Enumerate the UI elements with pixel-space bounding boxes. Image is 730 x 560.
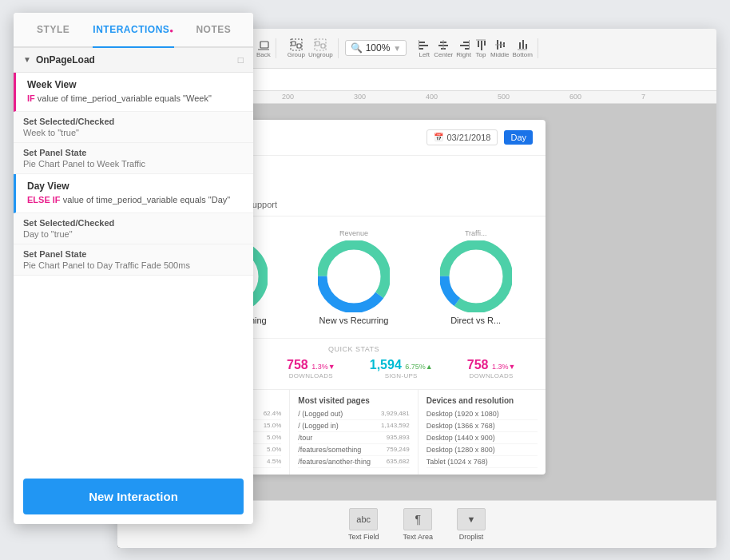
- toolbar-group-align: Left Center Right Top Middle: [413, 38, 538, 58]
- svg-rect-36: [495, 44, 505, 45]
- week-set-selected: Set Selected/Checked Week to "true": [14, 112, 253, 143]
- week-view-block: Week View IF value of time_period_variab…: [14, 73, 253, 112]
- new-interaction-button[interactable]: New Interaction: [23, 479, 244, 514]
- zoom-control[interactable]: 🔍 100% ▼: [345, 40, 407, 56]
- ungroup-tool[interactable]: Ungroup: [308, 38, 333, 58]
- chart-revenue-svg: [318, 240, 390, 312]
- table-row: /features/something 759,249: [298, 444, 409, 456]
- svg-rect-28: [469, 40, 470, 50]
- date-picker[interactable]: 📅 03/21/2018: [426, 129, 498, 145]
- table-row: / (Logged out) 3,929,481: [298, 408, 409, 420]
- chart-direct-bottom-label: Direct vs R...: [450, 316, 501, 325]
- chart-direct-top-label: Traffi...: [465, 229, 487, 237]
- group-tool[interactable]: Group: [288, 38, 305, 58]
- table-row: /features/another-thing 635,682: [298, 456, 409, 468]
- center-align[interactable]: Center: [434, 38, 453, 58]
- svg-rect-30: [481, 41, 482, 50]
- chart-direct-svg: [440, 240, 512, 312]
- trigger-folder-icon: □: [238, 54, 244, 66]
- text-field-icon: abc: [349, 508, 378, 530]
- tab-notes[interactable]: NOTES: [174, 13, 253, 46]
- svg-rect-13: [291, 39, 302, 50]
- svg-rect-14: [315, 42, 319, 46]
- toolbar-group-group: Group Ungroup: [283, 38, 339, 58]
- text-area-tool[interactable]: ¶ Text Area: [403, 508, 433, 541]
- week-panel-value: Pie Chart Panel to Week Traffic: [23, 159, 244, 169]
- table-row: /tour 935,893: [298, 432, 409, 444]
- table-row: Tablet (1024 x 768): [426, 456, 538, 468]
- svg-rect-20: [419, 40, 419, 50]
- middle-align[interactable]: Middle: [490, 38, 510, 58]
- svg-rect-29: [478, 41, 479, 47]
- svg-rect-12: [297, 44, 301, 48]
- droplist-tool[interactable]: ▼ Droplist: [457, 508, 486, 541]
- week-set-title: Set Selected/Checked: [23, 117, 244, 126]
- svg-rect-24: [443, 40, 444, 50]
- day-set-title: Set Selected/Checked: [23, 218, 244, 228]
- svg-rect-11: [292, 42, 296, 46]
- week-panel-title: Set Panel State: [23, 148, 244, 157]
- day-button[interactable]: Day: [504, 130, 533, 145]
- day-view-condition: ELSE IF value of time_period_variable eq…: [27, 194, 244, 206]
- text-area-icon: ¶: [403, 508, 432, 530]
- table-row: Desktop (1280 x 800): [426, 444, 538, 456]
- svg-rect-25: [463, 42, 470, 43]
- day-set-selected: Set Selected/Checked Day to "true": [14, 213, 253, 244]
- tab-style[interactable]: STYLE: [14, 13, 93, 46]
- svg-rect-40: [518, 49, 527, 50]
- panel-tabs: STYLE INTERACTIONS● NOTES: [14, 13, 253, 48]
- interactions-panel: STYLE INTERACTIONS● NOTES ▼ OnPageLoad □…: [14, 13, 253, 524]
- table-most-visited-header: Most visited pages: [298, 396, 409, 405]
- week-set-value: Week to "true": [23, 128, 244, 137]
- chart-revenue-top-label: Revenue: [339, 229, 368, 237]
- trigger-name: OnPageLoad: [36, 54, 95, 66]
- right-align[interactable]: Right: [456, 38, 471, 58]
- dash-header-right: 📅 03/21/2018 Day: [426, 129, 533, 145]
- bottom-align[interactable]: Bottom: [513, 38, 533, 58]
- trigger-group-on-page-load: ▼ OnPageLoad □ Week View IF value of tim…: [14, 48, 253, 276]
- day-view-block: Day View ELSE IF value of time_period_va…: [14, 174, 253, 213]
- chart-revenue-bottom-label: New vs Recurring: [319, 316, 389, 325]
- svg-rect-38: [522, 40, 524, 49]
- tab-interactions[interactable]: INTERACTIONS●: [93, 13, 173, 48]
- table-row: Desktop (1366 x 768): [426, 420, 538, 432]
- droplist-icon: ▼: [457, 508, 486, 530]
- zoom-value: 100%: [366, 42, 391, 54]
- trigger-header: ▼ OnPageLoad □: [14, 48, 253, 73]
- svg-rect-39: [526, 44, 527, 49]
- day-panel-value: Pie Chart Panel to Day Traffic Fade 500m…: [23, 260, 244, 270]
- svg-rect-16: [315, 39, 326, 50]
- svg-rect-18: [419, 45, 428, 46]
- qs-signups: 1,594 6.75%▲ SIGN-UPS: [370, 358, 433, 379]
- week-set-panel: Set Panel State Pie Chart Panel to Week …: [14, 143, 253, 174]
- chart-revenue: Revenue New vs Recurring: [318, 229, 390, 325]
- table-devices: Devices and resolution Desktop (1920 x 1…: [419, 390, 546, 475]
- week-view-condition: IF value of time_period_variable equals …: [27, 93, 244, 105]
- panel-content: ▼ OnPageLoad □ Week View IF value of tim…: [14, 48, 253, 469]
- svg-rect-15: [321, 44, 325, 48]
- left-align[interactable]: Left: [418, 38, 430, 58]
- day-panel-title: Set Panel State: [23, 249, 244, 259]
- text-field-tool[interactable]: abc Text Field: [348, 508, 379, 541]
- svg-point-49: [444, 244, 508, 308]
- day-set-value: Day to "true": [23, 229, 244, 239]
- top-align[interactable]: Top: [474, 38, 487, 58]
- table-row: / (Logged in) 1,143,592: [298, 420, 409, 432]
- svg-rect-32: [476, 39, 486, 40]
- svg-point-46: [322, 244, 386, 308]
- table-most-visited: Most visited pages / (Logged out) 3,929,…: [290, 390, 418, 475]
- qs-downloads2: 758 1.3%▼ DOWNLOADS: [467, 358, 516, 379]
- svg-rect-17: [419, 42, 425, 43]
- trigger-arrow-icon: ▼: [23, 55, 31, 64]
- back-label[interactable]: Back: [256, 38, 271, 58]
- svg-rect-31: [484, 41, 486, 46]
- table-devices-header: Devices and resolution: [426, 396, 538, 405]
- svg-rect-9: [260, 42, 268, 48]
- qs-downloads: 758 1.3%▼ DOWNLOADS: [287, 358, 335, 379]
- table-row: Desktop (1440 x 900): [426, 432, 538, 444]
- chart-direct: Traffi... Direct vs R...: [440, 229, 512, 325]
- day-set-panel: Set Panel State Pie Chart Panel to Day T…: [14, 244, 253, 276]
- svg-rect-37: [519, 42, 521, 49]
- day-view-title: Day View: [27, 181, 244, 192]
- svg-rect-26: [460, 45, 470, 46]
